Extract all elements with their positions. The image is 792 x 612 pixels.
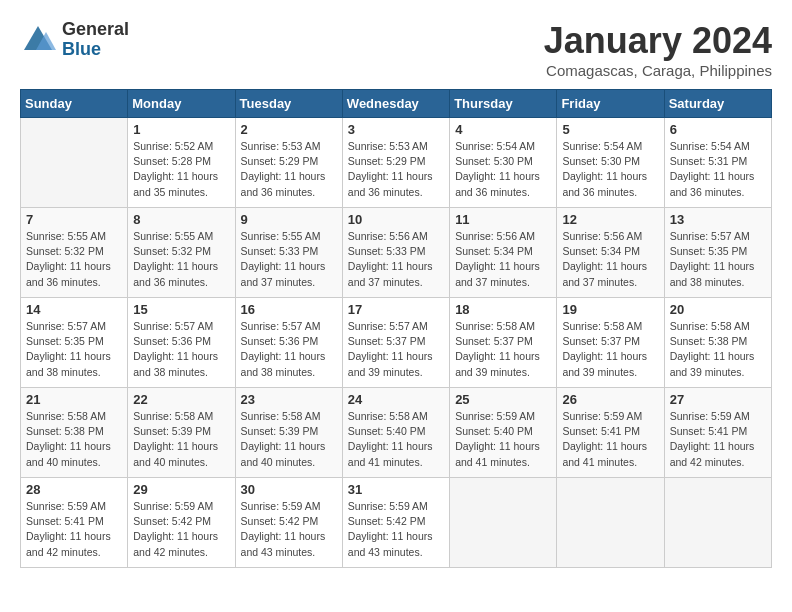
day-info: Sunrise: 5:53 AM Sunset: 5:29 PM Dayligh… <box>348 139 444 200</box>
day-info: Sunrise: 5:57 AM Sunset: 5:36 PM Dayligh… <box>133 319 229 380</box>
day-number: 29 <box>133 482 229 497</box>
calendar-cell: 23Sunrise: 5:58 AM Sunset: 5:39 PM Dayli… <box>235 388 342 478</box>
day-number: 26 <box>562 392 658 407</box>
day-number: 24 <box>348 392 444 407</box>
day-info: Sunrise: 5:59 AM Sunset: 5:42 PM Dayligh… <box>241 499 337 560</box>
calendar-cell: 24Sunrise: 5:58 AM Sunset: 5:40 PM Dayli… <box>342 388 449 478</box>
calendar-week-row: 7Sunrise: 5:55 AM Sunset: 5:32 PM Daylig… <box>21 208 772 298</box>
day-number: 16 <box>241 302 337 317</box>
day-number: 3 <box>348 122 444 137</box>
day-number: 7 <box>26 212 122 227</box>
calendar-cell: 9Sunrise: 5:55 AM Sunset: 5:33 PM Daylig… <box>235 208 342 298</box>
calendar-cell: 17Sunrise: 5:57 AM Sunset: 5:37 PM Dayli… <box>342 298 449 388</box>
calendar-week-row: 21Sunrise: 5:58 AM Sunset: 5:38 PM Dayli… <box>21 388 772 478</box>
day-info: Sunrise: 5:57 AM Sunset: 5:36 PM Dayligh… <box>241 319 337 380</box>
logo-general-text: General <box>62 20 129 40</box>
day-number: 17 <box>348 302 444 317</box>
day-info: Sunrise: 5:58 AM Sunset: 5:39 PM Dayligh… <box>133 409 229 470</box>
day-number: 15 <box>133 302 229 317</box>
calendar-week-row: 1Sunrise: 5:52 AM Sunset: 5:28 PM Daylig… <box>21 118 772 208</box>
day-number: 2 <box>241 122 337 137</box>
weekday-header: Monday <box>128 90 235 118</box>
day-info: Sunrise: 5:55 AM Sunset: 5:32 PM Dayligh… <box>133 229 229 290</box>
day-number: 4 <box>455 122 551 137</box>
day-info: Sunrise: 5:53 AM Sunset: 5:29 PM Dayligh… <box>241 139 337 200</box>
calendar-cell: 1Sunrise: 5:52 AM Sunset: 5:28 PM Daylig… <box>128 118 235 208</box>
day-info: Sunrise: 5:57 AM Sunset: 5:35 PM Dayligh… <box>670 229 766 290</box>
day-info: Sunrise: 5:59 AM Sunset: 5:41 PM Dayligh… <box>26 499 122 560</box>
calendar-cell: 26Sunrise: 5:59 AM Sunset: 5:41 PM Dayli… <box>557 388 664 478</box>
calendar-cell: 27Sunrise: 5:59 AM Sunset: 5:41 PM Dayli… <box>664 388 771 478</box>
calendar-cell: 3Sunrise: 5:53 AM Sunset: 5:29 PM Daylig… <box>342 118 449 208</box>
day-number: 1 <box>133 122 229 137</box>
calendar-cell: 6Sunrise: 5:54 AM Sunset: 5:31 PM Daylig… <box>664 118 771 208</box>
weekday-header: Wednesday <box>342 90 449 118</box>
day-number: 25 <box>455 392 551 407</box>
day-info: Sunrise: 5:54 AM Sunset: 5:30 PM Dayligh… <box>562 139 658 200</box>
calendar-cell: 31Sunrise: 5:59 AM Sunset: 5:42 PM Dayli… <box>342 478 449 568</box>
weekday-header: Saturday <box>664 90 771 118</box>
weekday-header: Tuesday <box>235 90 342 118</box>
day-info: Sunrise: 5:57 AM Sunset: 5:37 PM Dayligh… <box>348 319 444 380</box>
day-number: 10 <box>348 212 444 227</box>
calendar-cell: 13Sunrise: 5:57 AM Sunset: 5:35 PM Dayli… <box>664 208 771 298</box>
page-header: General Blue January 2024 Comagascas, Ca… <box>20 20 772 79</box>
day-info: Sunrise: 5:52 AM Sunset: 5:28 PM Dayligh… <box>133 139 229 200</box>
day-info: Sunrise: 5:56 AM Sunset: 5:34 PM Dayligh… <box>455 229 551 290</box>
day-info: Sunrise: 5:59 AM Sunset: 5:42 PM Dayligh… <box>133 499 229 560</box>
calendar-cell <box>557 478 664 568</box>
day-number: 31 <box>348 482 444 497</box>
calendar-week-row: 14Sunrise: 5:57 AM Sunset: 5:35 PM Dayli… <box>21 298 772 388</box>
day-number: 5 <box>562 122 658 137</box>
calendar-cell <box>664 478 771 568</box>
calendar-cell: 18Sunrise: 5:58 AM Sunset: 5:37 PM Dayli… <box>450 298 557 388</box>
calendar-cell: 21Sunrise: 5:58 AM Sunset: 5:38 PM Dayli… <box>21 388 128 478</box>
calendar-cell <box>450 478 557 568</box>
calendar-cell: 4Sunrise: 5:54 AM Sunset: 5:30 PM Daylig… <box>450 118 557 208</box>
logo: General Blue <box>20 20 129 60</box>
day-number: 14 <box>26 302 122 317</box>
calendar-cell: 30Sunrise: 5:59 AM Sunset: 5:42 PM Dayli… <box>235 478 342 568</box>
day-info: Sunrise: 5:58 AM Sunset: 5:38 PM Dayligh… <box>26 409 122 470</box>
day-number: 19 <box>562 302 658 317</box>
day-number: 18 <box>455 302 551 317</box>
day-number: 21 <box>26 392 122 407</box>
calendar-cell: 29Sunrise: 5:59 AM Sunset: 5:42 PM Dayli… <box>128 478 235 568</box>
calendar-cell <box>21 118 128 208</box>
calendar-cell: 22Sunrise: 5:58 AM Sunset: 5:39 PM Dayli… <box>128 388 235 478</box>
logo-blue-text: Blue <box>62 40 129 60</box>
calendar-cell: 20Sunrise: 5:58 AM Sunset: 5:38 PM Dayli… <box>664 298 771 388</box>
day-number: 8 <box>133 212 229 227</box>
subtitle: Comagascas, Caraga, Philippines <box>544 62 772 79</box>
day-info: Sunrise: 5:54 AM Sunset: 5:31 PM Dayligh… <box>670 139 766 200</box>
calendar-cell: 2Sunrise: 5:53 AM Sunset: 5:29 PM Daylig… <box>235 118 342 208</box>
calendar-cell: 15Sunrise: 5:57 AM Sunset: 5:36 PM Dayli… <box>128 298 235 388</box>
calendar-cell: 10Sunrise: 5:56 AM Sunset: 5:33 PM Dayli… <box>342 208 449 298</box>
calendar-table: SundayMondayTuesdayWednesdayThursdayFrid… <box>20 89 772 568</box>
day-number: 30 <box>241 482 337 497</box>
weekday-header: Sunday <box>21 90 128 118</box>
calendar-header: SundayMondayTuesdayWednesdayThursdayFrid… <box>21 90 772 118</box>
day-number: 6 <box>670 122 766 137</box>
day-info: Sunrise: 5:56 AM Sunset: 5:34 PM Dayligh… <box>562 229 658 290</box>
day-info: Sunrise: 5:58 AM Sunset: 5:37 PM Dayligh… <box>455 319 551 380</box>
day-info: Sunrise: 5:58 AM Sunset: 5:40 PM Dayligh… <box>348 409 444 470</box>
day-number: 27 <box>670 392 766 407</box>
day-number: 22 <box>133 392 229 407</box>
calendar-cell: 28Sunrise: 5:59 AM Sunset: 5:41 PM Dayli… <box>21 478 128 568</box>
calendar-cell: 12Sunrise: 5:56 AM Sunset: 5:34 PM Dayli… <box>557 208 664 298</box>
day-number: 28 <box>26 482 122 497</box>
calendar-cell: 19Sunrise: 5:58 AM Sunset: 5:37 PM Dayli… <box>557 298 664 388</box>
weekday-header: Thursday <box>450 90 557 118</box>
day-number: 9 <box>241 212 337 227</box>
day-info: Sunrise: 5:59 AM Sunset: 5:41 PM Dayligh… <box>670 409 766 470</box>
day-info: Sunrise: 5:59 AM Sunset: 5:41 PM Dayligh… <box>562 409 658 470</box>
day-number: 23 <box>241 392 337 407</box>
calendar-cell: 7Sunrise: 5:55 AM Sunset: 5:32 PM Daylig… <box>21 208 128 298</box>
day-info: Sunrise: 5:56 AM Sunset: 5:33 PM Dayligh… <box>348 229 444 290</box>
day-info: Sunrise: 5:59 AM Sunset: 5:42 PM Dayligh… <box>348 499 444 560</box>
day-info: Sunrise: 5:55 AM Sunset: 5:33 PM Dayligh… <box>241 229 337 290</box>
title-block: January 2024 Comagascas, Caraga, Philipp… <box>544 20 772 79</box>
day-info: Sunrise: 5:58 AM Sunset: 5:37 PM Dayligh… <box>562 319 658 380</box>
day-number: 20 <box>670 302 766 317</box>
